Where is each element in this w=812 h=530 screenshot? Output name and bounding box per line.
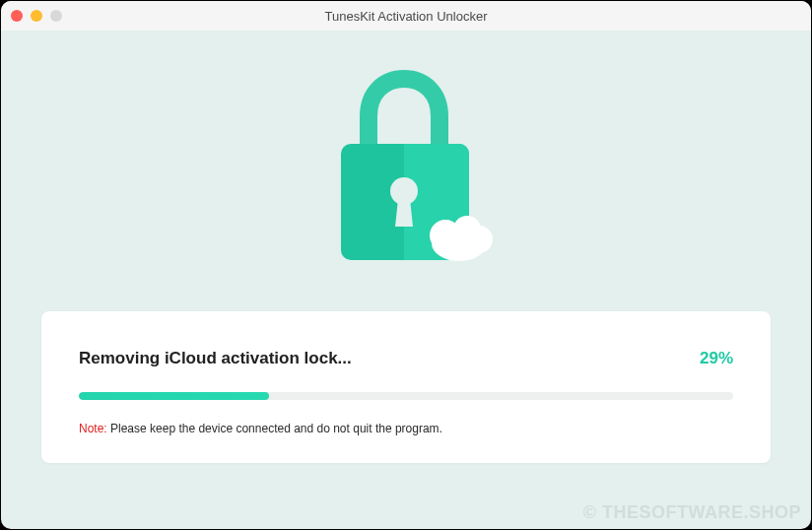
note-line: Note: Please keep the device connected a… bbox=[79, 422, 733, 435]
minimize-button[interactable] bbox=[31, 10, 42, 22]
lock-icon bbox=[317, 65, 495, 272]
svg-point-7 bbox=[465, 226, 493, 253]
progress-title: Removing iCloud activation lock... bbox=[79, 349, 352, 368]
progress-bar bbox=[79, 392, 733, 400]
content-area: Removing iCloud activation lock... 29% N… bbox=[1, 31, 811, 529]
maximize-button[interactable] bbox=[50, 10, 62, 22]
app-window: TunesKit Activation Unlocker bbox=[1, 1, 811, 529]
progress-percent: 29% bbox=[700, 349, 733, 368]
note-label: Note: bbox=[79, 422, 107, 435]
titlebar: TunesKit Activation Unlocker bbox=[1, 1, 811, 31]
progress-panel: Removing iCloud activation lock... 29% N… bbox=[41, 311, 771, 463]
watermark: © THESOFTWARE.SHOP bbox=[583, 502, 801, 523]
traffic-lights bbox=[11, 10, 62, 22]
progress-fill bbox=[79, 392, 269, 400]
window-title: TunesKit Activation Unlocker bbox=[1, 9, 811, 24]
progress-header: Removing iCloud activation lock... 29% bbox=[79, 349, 733, 368]
note-text: Please keep the device connected and do … bbox=[107, 422, 442, 435]
close-button[interactable] bbox=[11, 10, 23, 22]
